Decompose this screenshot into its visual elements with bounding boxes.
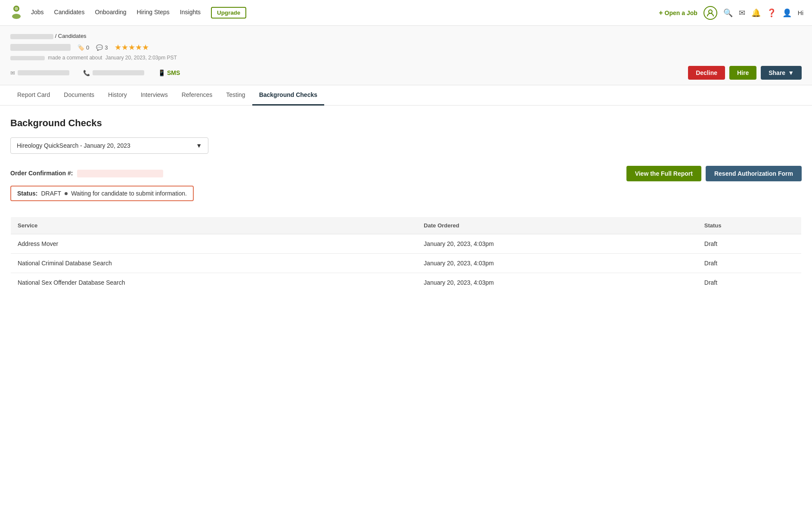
phone-icon: 📞 bbox=[83, 70, 90, 76]
tag-badge: 🏷️ 0 bbox=[77, 44, 89, 51]
status-box: Status: DRAFT Waiting for candidate to s… bbox=[10, 186, 194, 201]
order-section: Order Confirmation #: View the Full Repo… bbox=[10, 166, 802, 210]
hi-label: Hi bbox=[798, 9, 803, 16]
plus-icon: + bbox=[659, 9, 663, 17]
status-cell: Draft bbox=[697, 254, 802, 273]
status-message: Waiting for candidate to submit informat… bbox=[71, 190, 187, 197]
chevron-down-icon: ▼ bbox=[788, 69, 794, 76]
comment-icon: 💬 bbox=[96, 44, 103, 51]
tab-documents[interactable]: Documents bbox=[57, 85, 101, 106]
comment-badge: 💬 3 bbox=[96, 44, 108, 51]
star-rating[interactable]: ★★★★★ bbox=[115, 43, 149, 52]
tabs-bar: Report Card Documents History Interviews… bbox=[0, 85, 812, 106]
order-confirmation-row: Order Confirmation #: View the Full Repo… bbox=[10, 166, 802, 181]
logo[interactable] bbox=[9, 4, 24, 21]
search-icon[interactable]: 🔍 bbox=[723, 8, 733, 18]
nav-links: Jobs Candidates Onboarding Hiring Steps … bbox=[31, 7, 659, 19]
section-title: Background Checks bbox=[10, 118, 802, 129]
date-ordered-cell: January 20, 2023, 4:03pm bbox=[417, 273, 697, 292]
contact-row: ✉ 📞 📱 SMS Decline Hire Share ▼ bbox=[10, 66, 802, 80]
order-buttons: View the Full Report Resend Authorizatio… bbox=[626, 166, 802, 181]
envelope-icon: ✉ bbox=[10, 70, 15, 76]
mail-icon[interactable]: ✉ bbox=[739, 8, 745, 18]
help-icon[interactable]: ❓ bbox=[767, 8, 776, 18]
view-report-button[interactable]: View the Full Report bbox=[626, 166, 701, 181]
status-label: Status: bbox=[17, 190, 37, 197]
share-button[interactable]: Share ▼ bbox=[761, 66, 802, 80]
svg-point-2 bbox=[15, 7, 18, 10]
user-icon: 👤 bbox=[782, 8, 792, 18]
order-confirmation: Order Confirmation #: bbox=[10, 170, 163, 177]
svg-point-3 bbox=[709, 10, 712, 13]
dropdown-chevron-icon: ▼ bbox=[196, 142, 202, 149]
date-ordered-cell: January 20, 2023, 4:03pm bbox=[417, 254, 697, 273]
resend-authorization-button[interactable]: Resend Authorization Form bbox=[706, 166, 802, 181]
nav-upgrade-button[interactable]: Upgrade bbox=[211, 7, 246, 19]
service-cell: National Sex Offender Database Search bbox=[11, 273, 417, 292]
nav-insights[interactable]: Insights bbox=[180, 7, 201, 19]
tab-background-checks[interactable]: Background Checks bbox=[252, 85, 324, 106]
candidate-header: / Candidates 🏷️ 0 💬 3 ★★★★★ made a comme… bbox=[0, 26, 812, 85]
status-cell: Draft bbox=[697, 234, 802, 254]
status-cell: Draft bbox=[697, 273, 802, 292]
nav-jobs[interactable]: Jobs bbox=[31, 7, 44, 19]
tab-testing[interactable]: Testing bbox=[219, 85, 252, 106]
background-check-dropdown[interactable]: Hireology QuickSearch - January 20, 2023… bbox=[10, 137, 208, 154]
nav-candidates[interactable]: Candidates bbox=[54, 7, 85, 19]
breadcrumb: / Candidates bbox=[10, 33, 802, 39]
sms-button[interactable]: 📱 SMS bbox=[158, 69, 180, 76]
breadcrumb-candidates[interactable]: / Candidates bbox=[55, 33, 87, 39]
nav-right: + Open a Job 🔍 ✉ 🔔 ❓ 👤 Hi bbox=[659, 6, 803, 20]
table-header-date-ordered: Date Ordered bbox=[417, 217, 697, 234]
action-buttons: Decline Hire Share ▼ bbox=[688, 66, 802, 80]
tab-interviews[interactable]: Interviews bbox=[134, 85, 175, 106]
status-dot-icon bbox=[65, 192, 68, 195]
comment-row: made a comment about January 20, 2023, 2… bbox=[10, 55, 802, 61]
order-confirmation-value bbox=[77, 170, 163, 177]
nav-hiring-steps[interactable]: Hiring Steps bbox=[137, 7, 170, 19]
tag-icon: 🏷️ bbox=[77, 44, 84, 51]
table-header-status: Status bbox=[697, 217, 802, 234]
table-header-row: Service Date Ordered Status bbox=[11, 217, 802, 234]
nav-onboarding[interactable]: Onboarding bbox=[95, 7, 126, 19]
main-content: Background Checks Hireology QuickSearch … bbox=[0, 106, 812, 305]
tab-history[interactable]: History bbox=[101, 85, 134, 106]
svg-point-1 bbox=[12, 14, 21, 19]
table-header-service: Service bbox=[11, 217, 417, 234]
services-table: Service Date Ordered Status Address Move… bbox=[10, 217, 802, 292]
date-ordered-cell: January 20, 2023, 4:03pm bbox=[417, 234, 697, 254]
tab-report-card[interactable]: Report Card bbox=[10, 85, 57, 106]
service-cell: National Criminal Database Search bbox=[11, 254, 417, 273]
navbar: Jobs Candidates Onboarding Hiring Steps … bbox=[0, 0, 812, 26]
mobile-icon: 📱 bbox=[158, 69, 165, 76]
table-row: National Criminal Database Search Januar… bbox=[11, 254, 802, 273]
table-row: Address Mover January 20, 2023, 4:03pm D… bbox=[11, 234, 802, 254]
hire-button[interactable]: Hire bbox=[729, 66, 756, 80]
email-contact[interactable]: ✉ bbox=[10, 70, 69, 76]
table-row: National Sex Offender Database Search Ja… bbox=[11, 273, 802, 292]
open-job-button[interactable]: + Open a Job bbox=[659, 9, 697, 17]
avatar-icon[interactable] bbox=[704, 6, 717, 20]
phone-contact[interactable]: 📞 bbox=[83, 70, 144, 76]
bell-icon[interactable]: 🔔 bbox=[751, 8, 761, 18]
status-value: DRAFT bbox=[41, 190, 61, 197]
candidate-name-row: 🏷️ 0 💬 3 ★★★★★ bbox=[10, 43, 802, 52]
decline-button[interactable]: Decline bbox=[688, 66, 725, 80]
tab-references[interactable]: References bbox=[175, 85, 220, 106]
service-cell: Address Mover bbox=[11, 234, 417, 254]
